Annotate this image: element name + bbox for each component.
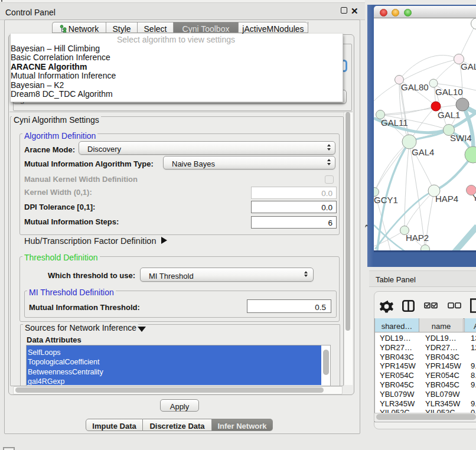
svg-text:GAL11: GAL11 — [381, 118, 408, 128]
svg-text:GAL4: GAL4 — [412, 147, 434, 157]
svg-text:SWI4: SWI4 — [450, 133, 472, 143]
svg-text:GAL2: GAL2 — [461, 61, 476, 71]
svg-text:GAL10: GAL10 — [435, 87, 463, 97]
svg-text:GAL80: GAL80 — [401, 82, 429, 92]
svg-text:HAP4: HAP4 — [435, 194, 458, 204]
svg-text:GAL1: GAL1 — [438, 110, 460, 120]
svg-text:Y: Y — [472, 193, 476, 203]
svg-text:GCY1: GCY1 — [374, 195, 398, 205]
svg-text:HAP2: HAP2 — [406, 233, 429, 243]
